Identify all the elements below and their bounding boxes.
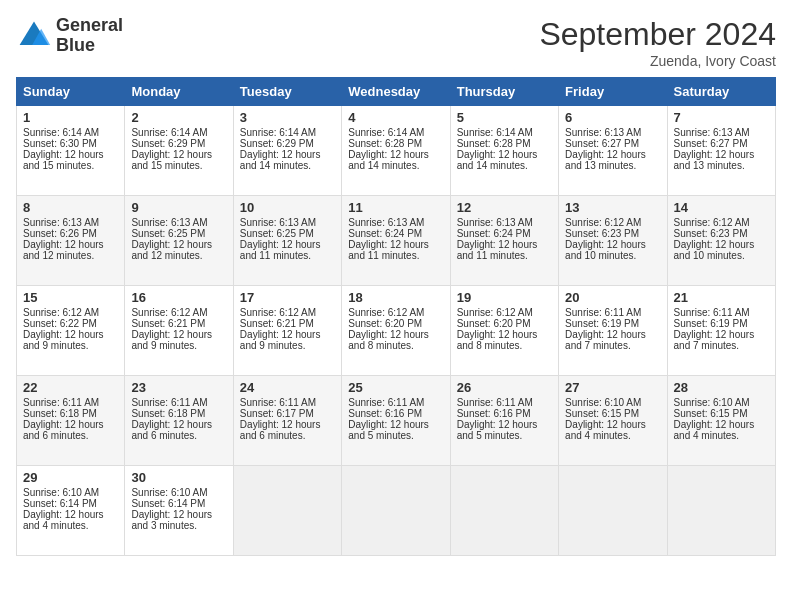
calendar-cell: 17Sunrise: 6:12 AMSunset: 6:21 PMDayligh… (233, 286, 341, 376)
sunset-text: Sunset: 6:16 PM (348, 408, 443, 419)
day-number: 5 (457, 110, 552, 125)
calendar-cell (667, 466, 775, 556)
day-number: 11 (348, 200, 443, 215)
day-number: 27 (565, 380, 660, 395)
day-number: 14 (674, 200, 769, 215)
calendar-cell: 21Sunrise: 6:11 AMSunset: 6:19 PMDayligh… (667, 286, 775, 376)
day-number: 10 (240, 200, 335, 215)
sunrise-text: Sunrise: 6:14 AM (348, 127, 443, 138)
daylight-text: Daylight: 12 hours and 12 minutes. (131, 239, 226, 261)
day-number: 28 (674, 380, 769, 395)
daylight-text: Daylight: 12 hours and 10 minutes. (565, 239, 660, 261)
day-number: 20 (565, 290, 660, 305)
sunset-text: Sunset: 6:19 PM (565, 318, 660, 329)
sunset-text: Sunset: 6:21 PM (131, 318, 226, 329)
logo: General Blue (16, 16, 123, 56)
daylight-text: Daylight: 12 hours and 10 minutes. (674, 239, 769, 261)
sunset-text: Sunset: 6:27 PM (674, 138, 769, 149)
daylight-text: Daylight: 12 hours and 14 minutes. (240, 149, 335, 171)
calendar-cell: 6Sunrise: 6:13 AMSunset: 6:27 PMDaylight… (559, 106, 667, 196)
day-number: 8 (23, 200, 118, 215)
daylight-text: Daylight: 12 hours and 12 minutes. (23, 239, 118, 261)
calendar-cell: 7Sunrise: 6:13 AMSunset: 6:27 PMDaylight… (667, 106, 775, 196)
sunset-text: Sunset: 6:15 PM (674, 408, 769, 419)
sunset-text: Sunset: 6:16 PM (457, 408, 552, 419)
sunrise-text: Sunrise: 6:11 AM (674, 307, 769, 318)
sunrise-text: Sunrise: 6:14 AM (457, 127, 552, 138)
day-number: 18 (348, 290, 443, 305)
calendar-cell: 14Sunrise: 6:12 AMSunset: 6:23 PMDayligh… (667, 196, 775, 286)
calendar-cell: 25Sunrise: 6:11 AMSunset: 6:16 PMDayligh… (342, 376, 450, 466)
daylight-text: Daylight: 12 hours and 11 minutes. (457, 239, 552, 261)
calendar-table: SundayMondayTuesdayWednesdayThursdayFrid… (16, 77, 776, 556)
calendar-cell: 8Sunrise: 6:13 AMSunset: 6:26 PMDaylight… (17, 196, 125, 286)
sunrise-text: Sunrise: 6:12 AM (457, 307, 552, 318)
day-number: 7 (674, 110, 769, 125)
sunrise-text: Sunrise: 6:12 AM (23, 307, 118, 318)
sunrise-text: Sunrise: 6:11 AM (565, 307, 660, 318)
sunset-text: Sunset: 6:14 PM (131, 498, 226, 509)
calendar-cell: 12Sunrise: 6:13 AMSunset: 6:24 PMDayligh… (450, 196, 558, 286)
calendar-cell (450, 466, 558, 556)
sunrise-text: Sunrise: 6:13 AM (131, 217, 226, 228)
day-number: 6 (565, 110, 660, 125)
sunset-text: Sunset: 6:29 PM (131, 138, 226, 149)
sunrise-text: Sunrise: 6:14 AM (240, 127, 335, 138)
day-number: 25 (348, 380, 443, 395)
calendar-cell: 9Sunrise: 6:13 AMSunset: 6:25 PMDaylight… (125, 196, 233, 286)
title-section: September 2024 Zuenda, Ivory Coast (539, 16, 776, 69)
day-number: 23 (131, 380, 226, 395)
calendar-cell: 3Sunrise: 6:14 AMSunset: 6:29 PMDaylight… (233, 106, 341, 196)
daylight-text: Daylight: 12 hours and 6 minutes. (240, 419, 335, 441)
calendar-week-4: 22Sunrise: 6:11 AMSunset: 6:18 PMDayligh… (17, 376, 776, 466)
sunset-text: Sunset: 6:20 PM (457, 318, 552, 329)
header-sunday: Sunday (17, 78, 125, 106)
sunset-text: Sunset: 6:24 PM (348, 228, 443, 239)
sunset-text: Sunset: 6:15 PM (565, 408, 660, 419)
daylight-text: Daylight: 12 hours and 14 minutes. (457, 149, 552, 171)
day-number: 29 (23, 470, 118, 485)
calendar-cell (233, 466, 341, 556)
calendar-cell: 24Sunrise: 6:11 AMSunset: 6:17 PMDayligh… (233, 376, 341, 466)
calendar-cell: 30Sunrise: 6:10 AMSunset: 6:14 PMDayligh… (125, 466, 233, 556)
calendar-cell: 27Sunrise: 6:10 AMSunset: 6:15 PMDayligh… (559, 376, 667, 466)
header-thursday: Thursday (450, 78, 558, 106)
daylight-text: Daylight: 12 hours and 9 minutes. (23, 329, 118, 351)
calendar-cell: 28Sunrise: 6:10 AMSunset: 6:15 PMDayligh… (667, 376, 775, 466)
daylight-text: Daylight: 12 hours and 6 minutes. (131, 419, 226, 441)
calendar-cell: 5Sunrise: 6:14 AMSunset: 6:28 PMDaylight… (450, 106, 558, 196)
calendar-cell: 29Sunrise: 6:10 AMSunset: 6:14 PMDayligh… (17, 466, 125, 556)
day-number: 15 (23, 290, 118, 305)
sunrise-text: Sunrise: 6:13 AM (348, 217, 443, 228)
day-number: 13 (565, 200, 660, 215)
sunrise-text: Sunrise: 6:11 AM (23, 397, 118, 408)
header-tuesday: Tuesday (233, 78, 341, 106)
sunrise-text: Sunrise: 6:12 AM (565, 217, 660, 228)
daylight-text: Daylight: 12 hours and 13 minutes. (565, 149, 660, 171)
sunset-text: Sunset: 6:25 PM (240, 228, 335, 239)
sunrise-text: Sunrise: 6:12 AM (131, 307, 226, 318)
daylight-text: Daylight: 12 hours and 4 minutes. (23, 509, 118, 531)
sunrise-text: Sunrise: 6:10 AM (565, 397, 660, 408)
calendar-cell (559, 466, 667, 556)
sunrise-text: Sunrise: 6:14 AM (131, 127, 226, 138)
calendar-cell: 10Sunrise: 6:13 AMSunset: 6:25 PMDayligh… (233, 196, 341, 286)
sunrise-text: Sunrise: 6:13 AM (240, 217, 335, 228)
calendar-cell: 23Sunrise: 6:11 AMSunset: 6:18 PMDayligh… (125, 376, 233, 466)
sunrise-text: Sunrise: 6:11 AM (240, 397, 335, 408)
day-number: 26 (457, 380, 552, 395)
daylight-text: Daylight: 12 hours and 11 minutes. (240, 239, 335, 261)
calendar-cell (342, 466, 450, 556)
sunrise-text: Sunrise: 6:13 AM (674, 127, 769, 138)
day-number: 22 (23, 380, 118, 395)
calendar-week-5: 29Sunrise: 6:10 AMSunset: 6:14 PMDayligh… (17, 466, 776, 556)
sunset-text: Sunset: 6:24 PM (457, 228, 552, 239)
sunset-text: Sunset: 6:25 PM (131, 228, 226, 239)
header-friday: Friday (559, 78, 667, 106)
daylight-text: Daylight: 12 hours and 14 minutes. (348, 149, 443, 171)
day-number: 4 (348, 110, 443, 125)
page-header: General Blue September 2024 Zuenda, Ivor… (16, 16, 776, 69)
calendar-cell: 4Sunrise: 6:14 AMSunset: 6:28 PMDaylight… (342, 106, 450, 196)
calendar-week-2: 8Sunrise: 6:13 AMSunset: 6:26 PMDaylight… (17, 196, 776, 286)
day-number: 2 (131, 110, 226, 125)
